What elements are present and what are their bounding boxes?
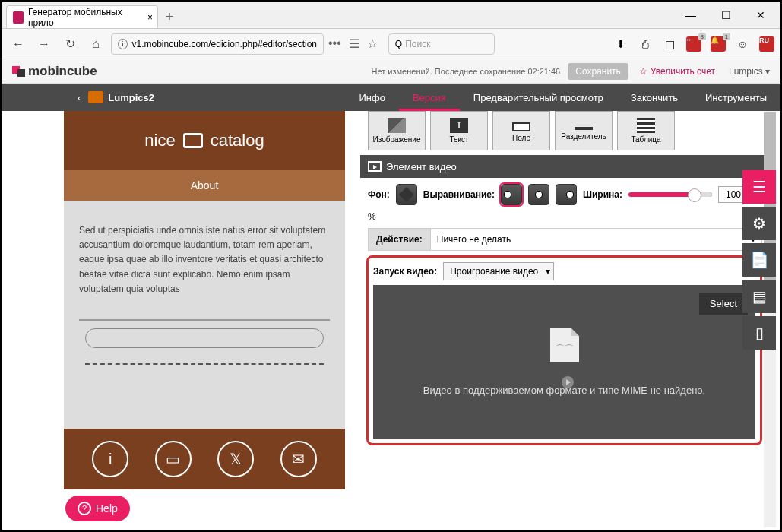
forward-button[interactable]: → (33, 33, 55, 55)
url-toolbar: ← → ↻ ⌂ i v1.mobincube.com/edicion.php#e… (2, 29, 780, 59)
app-badge-icon (88, 91, 103, 103)
video-icon (368, 161, 382, 172)
rail-device-button[interactable]: ▯ (742, 316, 776, 350)
tool-field[interactable]: Поле (492, 111, 550, 150)
launch-row: Запуск видео: Проигрование видео (373, 262, 755, 280)
tab-favicon (13, 11, 24, 24)
minimize-button[interactable]: — (674, 5, 708, 26)
tool-divider[interactable]: Разделитель (555, 111, 613, 150)
tab-title: Генератор мобильных прило (28, 7, 135, 28)
action-label: Действие: (369, 229, 431, 250)
maximize-button[interactable]: ☐ (709, 5, 742, 26)
app-name: Lumpics2 (108, 92, 154, 103)
phone-preview[interactable]: nice catalog About Sed ut perspiciatis u… (64, 111, 345, 527)
bg-color-button[interactable] (396, 184, 417, 205)
table-icon (637, 118, 655, 133)
preview-about: About (64, 170, 345, 201)
url-actions: ••• ☰ ☆ (328, 36, 378, 51)
upgrade-button[interactable]: ☆ Увеличить счет (639, 66, 715, 77)
preview-body: Sed ut perspiciatis unde omnis iste natu… (64, 201, 345, 429)
action-select[interactable]: Ничего не делать▾ (431, 234, 761, 245)
twitter-icon: 𝕏 (217, 441, 254, 477)
preview-dashed (85, 363, 324, 365)
field-icon (512, 122, 530, 131)
save-status: Нет изменений. Последнее сохранение 02:2… (372, 67, 561, 76)
nav-preview[interactable]: Предварительный просмотр (460, 84, 617, 111)
video-drop-area[interactable]: Select ⌒⌒ Видео в поддерживаемом формате… (373, 285, 755, 439)
bookmark-icon[interactable]: ☆ (367, 36, 378, 51)
search-placeholder: Поиск (405, 39, 430, 49)
browser-tab[interactable]: Генератор мобильных прило × (6, 5, 158, 28)
style-props-row: Фон: Выравнивание: Ширина: 100 % (360, 178, 777, 228)
tool-image[interactable]: Изображение (368, 111, 426, 150)
catalog-icon (183, 133, 203, 148)
preview-divider (79, 319, 330, 321)
align-center-button[interactable] (528, 184, 549, 205)
width-label: Ширина: (583, 189, 622, 200)
tool-text[interactable]: TТекст (430, 111, 488, 150)
close-window-button[interactable]: ✕ (744, 5, 777, 26)
select-video-button[interactable]: Select (699, 293, 748, 315)
preview-footer: i ▭ 𝕏 ✉ (64, 429, 345, 489)
help-button[interactable]: ? Help (65, 496, 130, 521)
side-rail: ☰ ⚙ 📄 ▤ ▯ (742, 170, 776, 350)
ext-bell-icon[interactable]: 🔔1 (711, 36, 726, 52)
align-label: Выравнивание: (423, 189, 495, 200)
new-tab-button[interactable]: + (158, 5, 181, 28)
save-button[interactable]: Сохранить (568, 63, 628, 80)
preview-lorem: Sed ut perspiciatis unde omnis iste natu… (79, 223, 330, 296)
close-icon[interactable]: × (147, 12, 153, 23)
reader-icon[interactable]: ☰ (349, 36, 359, 51)
more-icon[interactable]: ••• (328, 36, 341, 51)
width-slider[interactable] (628, 192, 712, 197)
image-icon (388, 118, 406, 133)
rail-list-button[interactable]: ☰ (742, 170, 776, 204)
back-button[interactable]: ← (8, 33, 29, 55)
nav-info[interactable]: Инфо (345, 84, 398, 111)
nav-back-button[interactable]: ‹ (70, 92, 88, 103)
editor-content: nice catalog About Sed ut perspiciatis u… (64, 111, 777, 527)
home-button[interactable]: ⌂ (85, 33, 106, 55)
ext-face-icon[interactable]: ☺ (735, 36, 750, 52)
reload-button[interactable]: ↻ (59, 33, 81, 55)
mobincube-logo[interactable]: mobincube (12, 64, 97, 79)
help-icon: ? (78, 502, 91, 515)
ext-lastpass-icon[interactable]: ⋯8 (686, 36, 701, 52)
bg-label: Фон: (368, 189, 390, 200)
video-section-header: Элемент видео (360, 155, 764, 178)
sidebar-icon[interactable]: ◫ (662, 36, 677, 52)
action-row: Действие: Ничего не делать▾ (368, 228, 762, 251)
mail-icon: ✉ (280, 441, 317, 477)
preview-header: nice catalog (64, 111, 345, 170)
book-icon: ▭ (155, 441, 192, 477)
download-icon[interactable]: ⬇ (613, 36, 628, 52)
video-config-box: Запуск видео: Проигрование видео Select … (366, 255, 762, 445)
nav-tools[interactable]: Инструменты (692, 84, 780, 111)
address-bar[interactable]: i v1.mobincube.com/edicion.php#editor/se… (111, 33, 324, 55)
nav-finish[interactable]: Закончить (617, 84, 692, 111)
properties-panel: Изображение TТекст Поле Разделитель Табл… (360, 111, 777, 527)
launch-select[interactable]: Проигрование видео (443, 262, 554, 280)
url-text: v1.mobincube.com/edicion.php#editor/sect… (132, 39, 317, 49)
info-icon: i (92, 441, 128, 477)
editor-nav-bar: ‹ Lumpics2 Инфо Версия Предварительный п… (2, 84, 780, 111)
align-right-button[interactable] (556, 184, 577, 205)
site-info-icon[interactable]: i (118, 39, 128, 49)
rail-page-settings-button[interactable]: 📄 (742, 243, 776, 277)
broken-file-icon: ⌒⌒ (550, 328, 579, 362)
tool-table[interactable]: Таблица (617, 111, 675, 150)
nav-version[interactable]: Версия (399, 84, 460, 111)
preview-input (85, 328, 324, 348)
user-menu[interactable]: Lumpics ▾ (729, 66, 770, 77)
ext-ru-icon[interactable]: RU (759, 36, 774, 52)
search-input[interactable]: Q Поиск (388, 33, 495, 55)
rail-data-button[interactable]: ▤ (742, 280, 776, 313)
rail-settings-button[interactable]: ⚙ (742, 207, 776, 240)
extensions: ⬇ ⎙ ◫ ⋯8 🔔1 ☺ RU (613, 36, 774, 52)
browser-tab-strip: Генератор мобильных прило × + — ☐ ✕ (2, 2, 780, 29)
align-left-button[interactable] (501, 184, 522, 205)
window-controls: — ☐ ✕ (674, 5, 777, 26)
library-icon[interactable]: ⎙ (638, 36, 653, 52)
width-unit: % (368, 211, 376, 222)
logo-icon (12, 66, 25, 77)
